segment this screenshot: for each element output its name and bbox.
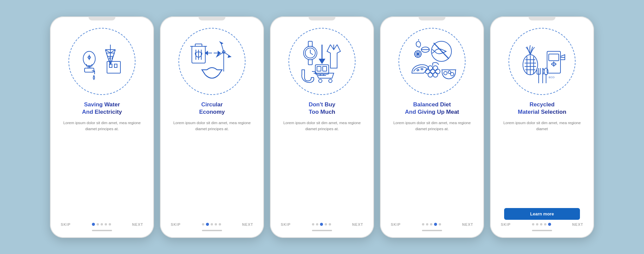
icon-circle-2 [178,28,246,95]
phone-4-nav: SKIP NEXT [387,222,477,228]
phone-4-next[interactable]: NEXT [462,222,473,226]
phone-4-desc: Lorem ipsum dolor sit dim amet, mea regi… [387,120,477,219]
svg-rect-67 [323,66,327,71]
phone-5-bottom-bar [532,230,552,231]
dot-2-4 [215,223,217,225]
phone-5: ECO [490,16,594,238]
dot-4-1 [422,223,424,225]
phone-1-nav: SKIP NEXT [57,222,147,228]
dot-4-3 [430,223,432,225]
phone-2-skip[interactable]: SKIP [171,222,181,226]
svg-marker-47 [217,54,219,57]
phone-1-dots [92,223,111,226]
learn-more-button[interactable]: Learn more [504,208,580,220]
phone-notch-5 [529,16,555,20]
phone-4: Balanced DietAnd Giving Up Meat Lorem ip… [380,16,484,238]
phone-4-bottom-bar [422,230,442,231]
dot-2-1 [202,223,204,225]
phone-3: Don't BuyToo Much Lorem ipsum dolor sit … [270,16,374,238]
phone-1-desc: Lorem ipsum dolor sit dim amet, mea regi… [57,120,147,219]
dot-3-2 [316,223,318,225]
phone-5-nav: SKIP NEXT [497,222,587,228]
phone-5-title: RecycledMaterial Selection [518,101,567,116]
phone-1-next[interactable]: NEXT [132,222,143,226]
icon-circle-5: ECO [508,28,576,95]
svg-rect-23 [85,68,94,72]
phone-3-nav: SKIP NEXT [277,222,367,228]
dot-1-3 [101,223,103,225]
svg-line-77 [434,43,449,59]
dot-4-5 [439,223,441,225]
phone-3-title: Don't BuyToo Much [309,101,335,116]
svg-marker-45 [220,42,223,44]
dot-5-5 [548,223,551,226]
phone-2-desc: Lorem ipsum dolor sit dim amet, mea regi… [167,120,257,219]
phone-2: CircularEconomy Lorem ipsum dolor sit di… [160,16,264,238]
phone-1-bottom-bar [92,230,112,231]
svg-point-83 [425,69,430,74]
icon-circle-3 [288,28,356,95]
phone-1-title: Saving WaterAnd Electricity [82,101,122,116]
phone-4-dots [422,223,441,226]
svg-point-112 [544,68,548,75]
phone-2-next[interactable]: NEXT [242,222,253,226]
phone-4-title: Balanced DietAnd Giving Up Meat [405,101,459,116]
svg-point-78 [417,69,419,71]
svg-line-42 [221,44,224,52]
phone-notch-2 [199,16,225,20]
phone-3-skip[interactable]: SKIP [281,222,291,226]
svg-rect-66 [317,66,321,71]
svg-marker-37 [205,51,208,55]
dot-1-5 [109,223,111,225]
svg-marker-59 [319,59,325,64]
phone-2-dots [202,223,221,226]
dot-2-2 [206,223,209,226]
dot-1-4 [105,223,107,225]
phone-3-desc: Lorem ipsum dolor sit dim amet, mea regi… [277,120,367,219]
svg-rect-57 [308,60,312,65]
dot-1-2 [97,223,99,225]
phone-3-next[interactable]: NEXT [352,222,363,226]
dot-4-2 [426,223,428,225]
svg-line-51 [310,53,313,55]
dot-5-2 [536,223,538,225]
svg-point-90 [448,71,451,73]
phone-4-skip[interactable]: SKIP [391,222,401,226]
svg-point-89 [444,71,447,75]
dot-3-1 [312,223,314,225]
dot-3-4 [325,223,327,225]
dot-2-5 [219,223,221,225]
phone-2-nav: SKIP NEXT [167,222,257,228]
icon-circle-4 [398,28,466,95]
svg-rect-56 [308,41,312,46]
phone-1: Saving WaterAnd Electricity Lorem ipsum … [50,16,154,238]
svg-text:ECO: ECO [549,76,554,79]
svg-point-81 [433,72,438,77]
svg-point-91 [450,72,454,76]
svg-point-60 [319,79,322,83]
phone-notch-4 [419,16,445,20]
svg-point-80 [428,72,433,77]
dot-5-3 [540,223,542,225]
dot-1-1 [92,223,95,226]
phone-3-bottom-bar [312,230,332,231]
phone-5-dots [532,223,551,226]
phone-5-next[interactable]: NEXT [572,222,583,226]
svg-marker-46 [228,55,231,57]
svg-point-61 [329,79,332,83]
svg-rect-18 [114,64,117,67]
phones-container: Saving WaterAnd Electricity Lorem ipsum … [50,16,594,238]
dot-5-4 [544,223,546,225]
phone-3-dots [312,223,331,226]
phone-2-title: CircularEconomy [199,101,225,116]
svg-rect-101 [549,54,559,61]
svg-point-86 [433,66,438,70]
phone-notch-1 [89,16,115,20]
phone-2-bottom-bar [202,230,222,231]
dot-3-3 [320,223,323,226]
phone-5-skip[interactable]: SKIP [501,222,511,226]
dot-2-3 [211,223,213,225]
dot-3-5 [329,223,331,225]
phone-1-skip[interactable]: SKIP [61,222,71,226]
svg-point-82 [430,69,435,74]
